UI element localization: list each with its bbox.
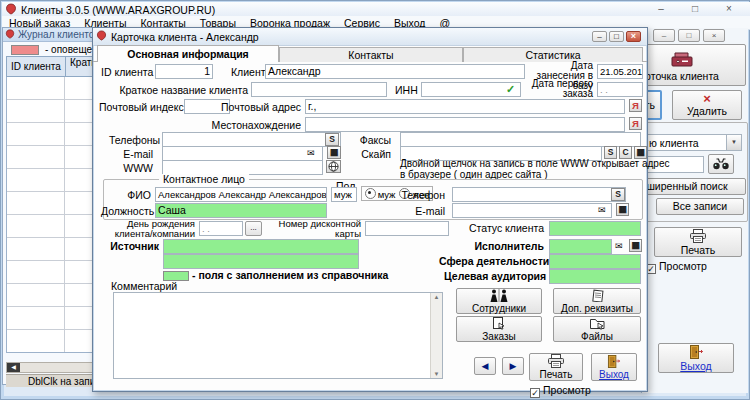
panel-exit-button[interactable]: Выход [658, 343, 734, 373]
main-minimize-button[interactable]: – [650, 3, 672, 15]
employees-button[interactable]: Сотрудники [456, 288, 542, 314]
location-yandex-button[interactable]: Я [629, 117, 642, 130]
dialog-exit-button[interactable]: Выход [591, 353, 637, 381]
scroll-down-icon[interactable]: ▼ [431, 371, 442, 377]
source-field-2[interactable] [163, 254, 359, 269]
binoculars-icon [712, 158, 730, 170]
tab-main-info[interactable]: Основная информация [97, 45, 279, 62]
date-added-field[interactable]: 21.05.2019 [597, 64, 643, 79]
client-card-icon [669, 49, 695, 69]
discount-field[interactable] [365, 221, 449, 236]
panel-print-label: Печать [681, 244, 715, 256]
delete-button[interactable]: × Удалить [672, 90, 742, 120]
sphere-field[interactable] [549, 254, 641, 269]
executor-book-button[interactable]: ▦ [629, 239, 642, 252]
www-globe-button[interactable] [326, 160, 341, 173]
search-combo[interactable]: ю клиента ▼ [636, 134, 742, 151]
next-record-button[interactable]: ▶ [502, 357, 524, 375]
exit-door-icon [607, 355, 621, 368]
executor-label: Исполнитель [449, 241, 544, 252]
advanced-search-label: ширенный поиск [646, 180, 727, 192]
child-restore-button[interactable]: □ [678, 29, 700, 42]
birthday-label: День рождения клиента/компании [95, 219, 195, 239]
child-minimize-button[interactable]: – [653, 29, 675, 42]
dialog-maximize-button[interactable]: □ [609, 31, 624, 42]
email-send-icon[interactable]: ✉ [307, 148, 315, 159]
contact-phone-field[interactable] [452, 187, 626, 202]
audience-field[interactable] [549, 269, 641, 284]
postal-address-field[interactable]: г., [305, 99, 625, 114]
prev-record-button[interactable]: ◀ [474, 357, 496, 375]
printer-icon [689, 229, 707, 243]
phones-field[interactable] [162, 132, 341, 147]
yandex-icon: Я [632, 118, 639, 129]
status-label: Статус клиента [449, 223, 544, 234]
location-field[interactable] [305, 117, 625, 132]
email-book-button[interactable]: ▦ [327, 146, 341, 159]
comment-scrollbar[interactable]: ▲ ▼ [430, 293, 442, 378]
contact-email-send-icon[interactable]: ✉ [598, 205, 606, 216]
delete-icon: × [703, 93, 711, 104]
short-name-field[interactable] [251, 82, 387, 97]
phones-label: Телефоны [109, 135, 153, 146]
dialog-preview-checkbox[interactable]: ✓Просмотр [530, 384, 591, 398]
dialog-title: Карточка клиента - Александр [111, 31, 259, 43]
gender-field[interactable]: муж [331, 187, 357, 202]
contact-email-label: E-mail [409, 206, 445, 217]
contact-phone-skype-button[interactable]: S [611, 188, 625, 201]
search-button[interactable] [708, 154, 734, 174]
alert-legend-swatch [11, 45, 39, 55]
extra-details-button[interactable]: Доп. реквизиты [553, 288, 641, 314]
dialog-print-label: Печать [540, 369, 573, 380]
position-label: Должность [101, 206, 151, 217]
faxes-field[interactable] [400, 132, 641, 147]
fio-field[interactable]: Александров Александр Александрович [155, 187, 327, 202]
main-close-button[interactable]: × [718, 3, 740, 15]
phones-skype-button[interactable]: S [325, 133, 339, 146]
postal-address-yandex-button[interactable]: Я [629, 99, 642, 112]
radio-on-icon [365, 188, 376, 199]
id-field[interactable]: 1 [155, 64, 213, 79]
orders-button[interactable]: Заказы [456, 316, 542, 342]
executor-field[interactable] [549, 239, 612, 254]
www-hint-line1: Двойной щелчок на запись в поле WWW откр… [400, 158, 669, 169]
source-field[interactable] [163, 239, 359, 254]
birthday-browse-button[interactable]: ... [245, 221, 262, 236]
status-field[interactable] [549, 221, 641, 236]
first-order-field[interactable]: . . [597, 82, 643, 97]
column-header-id[interactable]: ID клиента [7, 57, 66, 76]
tab-statistics[interactable]: Статистика [463, 47, 643, 62]
dialog-minimize-button[interactable]: – [592, 31, 607, 42]
contact-email-field[interactable] [452, 203, 612, 218]
client-card-label: рточка клиента [645, 70, 719, 82]
inn-check-icon: ✓ [506, 84, 515, 95]
files-label: Файлы [581, 331, 613, 342]
scroll-left-arrow[interactable]: ◀ [7, 363, 20, 372]
main-maximize-button[interactable]: □ [684, 3, 706, 15]
location-label: Местонахождение [201, 120, 301, 131]
faxes-label: Факсы [359, 135, 391, 146]
app-icon [5, 3, 17, 15]
combo-arrow-icon[interactable]: ▼ [726, 135, 741, 150]
panel-print-button[interactable]: Печать [654, 227, 742, 257]
dialog-icon [96, 30, 107, 41]
client-field[interactable]: Александр [265, 64, 525, 79]
all-records-button[interactable]: Все записи [656, 198, 744, 215]
position-field[interactable]: Саша [155, 203, 327, 218]
panel-preview-checkbox[interactable]: ✓Просмотр [646, 260, 707, 274]
executor-send-icon[interactable]: ✉ [615, 241, 623, 252]
dialog-print-button[interactable]: Печать [529, 353, 583, 381]
contact-email-book-button[interactable]: ▦ [616, 203, 629, 216]
comment-textarea[interactable]: ▲ ▼ [113, 292, 443, 379]
email-field[interactable] [162, 146, 323, 161]
birthday-field[interactable]: . . [199, 221, 243, 236]
scroll-up-icon[interactable]: ▲ [431, 294, 442, 300]
dialog-close-button[interactable]: × [626, 31, 641, 42]
id-label: ID клиента [101, 67, 153, 78]
files-button[interactable]: Файлы [553, 316, 641, 342]
child-close-button[interactable]: × [703, 29, 725, 42]
gender-radio-male[interactable]: муж [365, 188, 396, 200]
tab-contacts[interactable]: Контакты [279, 47, 463, 62]
client-label: Клиент [231, 67, 266, 78]
inn-label: ИНН [395, 85, 418, 96]
